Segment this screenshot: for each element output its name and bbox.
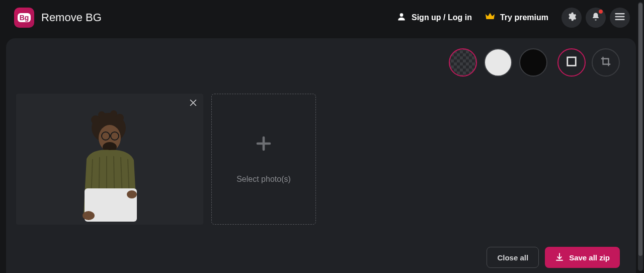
header-actions: Sign up / Log in Try premium bbox=[396, 8, 630, 28]
svg-point-24 bbox=[83, 211, 95, 220]
svg-point-0 bbox=[400, 13, 404, 17]
crown-icon bbox=[485, 12, 495, 23]
settings-button[interactable] bbox=[561, 8, 582, 28]
result-image bbox=[69, 109, 150, 225]
gear-icon bbox=[567, 12, 577, 24]
bg-swatch-white[interactable] bbox=[484, 48, 512, 77]
select-photos-card[interactable]: Select photo(s) bbox=[211, 94, 316, 225]
svg-rect-4 bbox=[568, 57, 576, 66]
scrollbar[interactable] bbox=[638, 2, 643, 271]
close-all-button[interactable]: Close all bbox=[487, 247, 539, 268]
frame-tool-button[interactable] bbox=[557, 48, 586, 77]
select-photos-label: Select photo(s) bbox=[236, 175, 291, 184]
crop-tool-button[interactable] bbox=[592, 48, 620, 77]
signup-login-link[interactable]: Sign up / Log in bbox=[396, 12, 472, 24]
app-header: Bg Remove BG Sign up / Log in Try premiu… bbox=[0, 0, 644, 35]
save-all-label: Save all zip bbox=[569, 253, 610, 262]
remove-image-button[interactable] bbox=[189, 99, 197, 109]
tool-row bbox=[449, 48, 620, 77]
user-icon bbox=[396, 12, 407, 24]
scrollbar-thumb[interactable] bbox=[638, 3, 642, 256]
svg-point-11 bbox=[110, 110, 117, 117]
plus-icon bbox=[256, 134, 272, 155]
bg-swatch-transparent[interactable] bbox=[449, 48, 477, 77]
square-icon bbox=[566, 56, 577, 69]
logo-text: Bg bbox=[18, 13, 31, 22]
footer-actions: Close all Save all zip bbox=[487, 247, 620, 268]
crop-icon bbox=[600, 56, 611, 69]
image-card[interactable] bbox=[16, 94, 203, 225]
notification-dot bbox=[599, 10, 603, 14]
svg-point-25 bbox=[127, 190, 137, 198]
hamburger-icon bbox=[615, 13, 625, 23]
logo-block[interactable]: Bg Remove BG bbox=[14, 8, 102, 28]
download-icon bbox=[555, 252, 564, 263]
app-title: Remove BG bbox=[41, 11, 102, 24]
logo-badge: Bg bbox=[14, 8, 34, 28]
editor-panel: Select photo(s) Close all Save all zip bbox=[6, 38, 636, 273]
close-all-label: Close all bbox=[497, 253, 528, 262]
bell-icon bbox=[591, 12, 600, 24]
cards-area: Select photo(s) bbox=[16, 94, 316, 225]
premium-label: Try premium bbox=[500, 13, 548, 22]
save-all-zip-button[interactable]: Save all zip bbox=[545, 247, 620, 268]
try-premium-link[interactable]: Try premium bbox=[485, 12, 548, 23]
svg-point-10 bbox=[98, 111, 105, 118]
menu-button[interactable] bbox=[610, 8, 630, 28]
notification-button[interactable] bbox=[586, 8, 606, 28]
bg-swatch-black[interactable] bbox=[519, 48, 547, 77]
signup-label: Sign up / Log in bbox=[412, 13, 472, 22]
